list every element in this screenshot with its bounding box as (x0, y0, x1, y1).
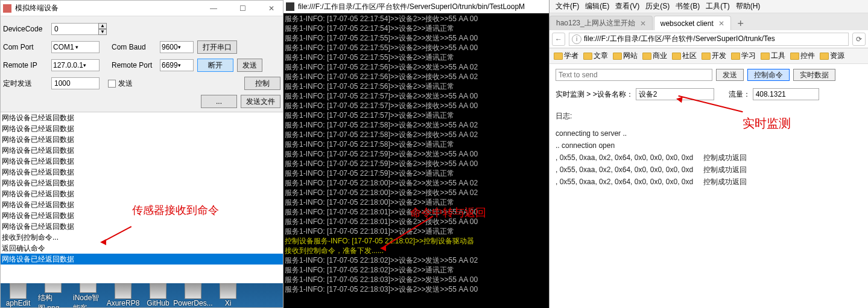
log-line: .. connection open (556, 140, 862, 152)
sendfile-button[interactable]: 发送文件 (241, 95, 280, 108)
menu-item[interactable]: 编辑(E) (583, 1, 612, 11)
console-output[interactable]: 服务1-INFO: [17-07-05 22:17:54]>>设备2>>接收>>… (285, 14, 548, 294)
bookmark-item[interactable]: 网站 (611, 51, 639, 61)
browser-menubar: 文件(F)编辑(E)查看(V)历史(S)书签(B)工具(T)帮助(H) (550, 0, 868, 13)
folder-icon (583, 53, 592, 60)
list-item[interactable]: 网络设备已经返回数据 (1, 167, 283, 178)
console-line: 服务1-INFO: [17-07-05 22:18:00]>>设备2>>通讯正常 (285, 197, 548, 207)
spinner[interactable]: ▲▼ (98, 23, 107, 35)
console-line: 服务1-INFO: [17-07-05 22:18:00]>>设备2>>接收>>… (285, 188, 548, 197)
url-input[interactable]: i file:///F:/工作目录/工作区/平台软件/ServerSuperIO… (569, 33, 849, 46)
page-content: 发送 控制命令 实时数据 实时监测 > >设备名称： 流量： 日志: conne… (550, 64, 868, 308)
browser-tab[interactable]: websocket client✕ (654, 16, 731, 30)
folder-icon (554, 53, 563, 60)
folder-icon (642, 53, 651, 60)
bookmark-item[interactable]: 资源 (818, 51, 846, 61)
close-tab-icon[interactable]: ✕ (718, 19, 724, 28)
console-line: 服务1-INFO: [17-07-05 22:17:54]>>设备2>>通讯正常 (285, 24, 548, 33)
list-item[interactable]: 网络设备已经返回数据 (1, 112, 283, 123)
console-line: 服务1-INFO: [17-07-05 22:18:00]>>设备2>>发送>>… (285, 178, 548, 188)
chevron-down-icon: ▾ (178, 62, 192, 68)
annotation-realtime: 实时监测 (743, 115, 791, 132)
console-title: file:///F:/工作目录/工作区/平台软件/ServerSuperIO/t… (298, 2, 525, 11)
bookmark-item[interactable]: 开发 (700, 51, 728, 61)
folder-icon (672, 53, 681, 60)
info-icon[interactable]: i (572, 34, 581, 44)
console-titlebar[interactable]: file:///F:/工作目录/工作区/平台软件/ServerSuperIO/t… (284, 0, 549, 13)
bookmark-item[interactable]: 工具 (759, 51, 787, 61)
timer-input[interactable] (51, 77, 100, 89)
log-title: 日志: (556, 111, 862, 121)
send-text-input[interactable] (556, 69, 712, 81)
remoteport-select[interactable]: 6699▾ (160, 59, 194, 71)
console-line: 服务1-INFO: [17-07-05 22:17:58]>>设备2>>发送>>… (285, 120, 548, 130)
annotation-sensor: 传感器接收到命令 (132, 203, 219, 217)
menu-item[interactable]: 帮助(H) (733, 1, 763, 11)
menu-item[interactable]: 书签(B) (673, 1, 702, 11)
list-item[interactable]: 返回确认命令 (1, 243, 283, 254)
send-button[interactable]: 发送 (716, 69, 744, 81)
back-button[interactable]: ← (552, 33, 565, 46)
monitor-prefix: 实时监测 > >设备名称： (556, 89, 633, 100)
menu-item[interactable]: 工具(T) (703, 1, 732, 11)
close-tab-icon[interactable]: ✕ (640, 19, 646, 28)
maximize-icon[interactable]: ☐ (233, 4, 252, 13)
list-item[interactable]: 网络设备已经返回数据 (1, 178, 283, 188)
new-tab-button[interactable]: + (732, 18, 749, 30)
open-port-button[interactable]: 打开串口 (197, 40, 237, 54)
taskbar-item[interactable]: AxureRP8 (108, 283, 138, 307)
devicecode-input[interactable] (51, 23, 100, 35)
control-cmd-button[interactable]: 控制命令 (747, 69, 790, 81)
taskbar-item[interactable]: Xi (213, 283, 243, 307)
list-item[interactable]: 网络设备已经返回数据 (1, 123, 283, 134)
menu-item[interactable]: 历史(S) (643, 1, 672, 11)
list-item[interactable]: 接收到控制命令... (1, 232, 283, 243)
browse-button[interactable]: ... (201, 95, 237, 108)
bookmark-item[interactable]: 学习 (729, 51, 758, 61)
log-list[interactable]: 网络设备已经返回数据网络设备已经返回数据网络设备已经返回数据网络设备已经返回数据… (1, 112, 283, 283)
remoteip-select[interactable]: 127.0.0.1▾ (51, 59, 100, 71)
control-button[interactable]: 控制 (244, 77, 280, 90)
bookmark-item[interactable]: 学者 (552, 51, 580, 61)
minimize-icon[interactable]: — (204, 4, 223, 13)
console-line: 服务1-INFO: [17-07-05 22:17:57]>>设备2>>通讯正常 (285, 111, 548, 120)
taskbar-item[interactable]: PowerDes... (178, 283, 208, 307)
taskbar-item[interactable]: GitHub (143, 283, 173, 307)
send-checkbox[interactable]: 发送 (108, 79, 133, 89)
label-remoteport: Remote Port (112, 61, 160, 69)
close-icon[interactable]: ✕ (262, 4, 280, 13)
menu-item[interactable]: 查看(V) (613, 1, 642, 11)
chevron-down-icon: ▾ (83, 62, 98, 68)
list-item[interactable]: 网络设备已经返回数据 (1, 188, 283, 199)
titlebar[interactable]: 模拟终端设备 — ☐ ✕ (1, 1, 283, 16)
list-item[interactable]: 网络设备已经返回数据 (1, 134, 283, 145)
reload-button[interactable]: ⟳ (852, 33, 866, 46)
bookmark-item[interactable]: 文章 (581, 51, 610, 61)
console-line: 服务1-INFO: [17-07-05 22:17:54]>>设备2>>接收>>… (285, 14, 548, 24)
realtime-data-button[interactable]: 实时数据 (793, 69, 835, 81)
console-line: 服务1-INFO: [17-07-05 22:18:02]>>设备2>>通讯正常 (285, 265, 548, 275)
browser-tab[interactable]: hao123_上网从这里开始✕ (550, 16, 653, 30)
send-button[interactable]: 发送 (237, 59, 262, 72)
console-line: 服务1-INFO: [17-07-05 22:17:56]>>设备2>>通讯正常 (285, 82, 548, 91)
window-title: 模拟终端设备 (15, 3, 59, 13)
list-item[interactable]: 网络设备已经返回数据 (1, 156, 283, 167)
bookmark-item[interactable]: 商业 (641, 51, 669, 61)
flow-value-input[interactable] (753, 88, 819, 100)
url-text: file:///F:/工作目录/工作区/平台软件/ServerSuperIO/t… (584, 34, 775, 44)
list-item[interactable]: 网络设备已经返回数据 (1, 221, 283, 232)
bookmark-item[interactable]: 社区 (670, 51, 699, 61)
baud-select[interactable]: 9600▾ (160, 41, 194, 53)
bookmark-item[interactable]: 控件 (788, 51, 817, 61)
console-icon (286, 2, 294, 11)
disconnect-button[interactable]: 断开 (197, 59, 233, 72)
log-line: , 0x55, 0xaa, 0x2, 0x64, 0x0, 0x0, 0x0, … (556, 164, 862, 176)
tab-bar: hao123_上网从这里开始✕websocket client✕+ (550, 13, 868, 30)
folder-icon (790, 53, 799, 60)
taskbar-item[interactable]: aphEdit (3, 283, 33, 307)
form-panel: DeviceCode ▲▼ Com Port COM1▾ Com Baud 96… (1, 16, 283, 112)
menu-item[interactable]: 文件(F) (553, 1, 581, 11)
comport-select[interactable]: COM1▾ (51, 41, 100, 53)
list-item[interactable]: 网络设备已经返回数据 (1, 254, 283, 265)
list-item[interactable]: 网络设备已经返回数据 (1, 145, 283, 156)
